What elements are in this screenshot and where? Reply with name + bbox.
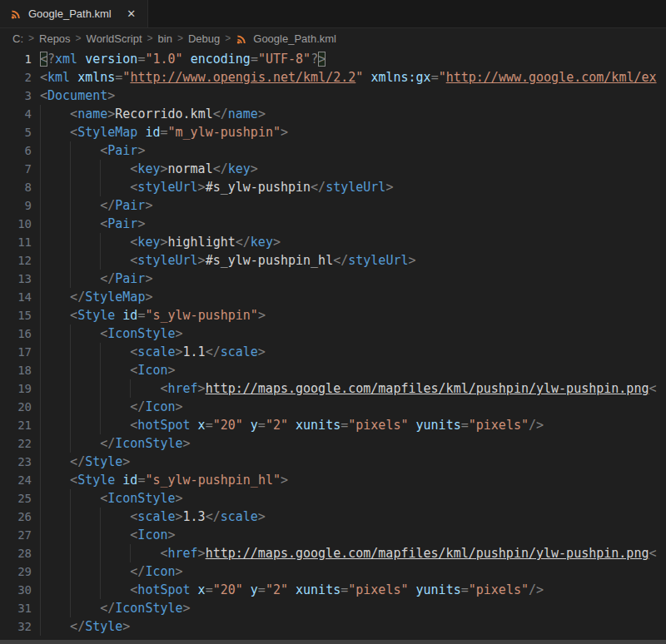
code-text: <hotSpot x="20" y="2" xunits="pixels" yu… — [32, 416, 544, 434]
line-number: 19 — [0, 379, 32, 398]
indent-guide — [70, 233, 100, 251]
indent-guide — [70, 562, 100, 581]
line-number: 13 — [0, 270, 32, 288]
breadcrumb-item-worldscript[interactable]: WorldScript — [87, 32, 142, 45]
code-text: <name>Recorrido.kml</name> — [32, 105, 266, 123]
indent-guide — [70, 599, 100, 617]
code-editor[interactable]: 1<?xml version="1.0" encoding="UTF-8"?>2… — [0, 48, 666, 644]
breadcrumb-item-debug[interactable]: Debug — [188, 32, 220, 45]
indent-guide — [40, 178, 70, 196]
code-line[interactable]: 27<Icon> — [0, 526, 666, 544]
indent-guide — [100, 416, 130, 434]
code-text: <Document> — [32, 87, 115, 105]
code-line[interactable]: 17<scale>1.1</scale> — [0, 343, 666, 361]
code-line[interactable]: 2<kml xmlns="http://www.opengis.net/kml/… — [0, 68, 666, 87]
indent-guide — [40, 105, 70, 123]
breadcrumb-item-repos[interactable]: Repos — [39, 32, 71, 45]
code-line[interactable]: 28<href>http://maps.google.com/mapfiles/… — [0, 544, 666, 562]
horizontal-scrollbar[interactable] — [0, 640, 666, 644]
indent-guide — [40, 562, 70, 581]
code-line[interactable]: 7<key>normal</key> — [0, 160, 666, 178]
indent-guide — [40, 471, 70, 489]
line-number: 29 — [0, 562, 32, 581]
code-line[interactable]: 13</Pair> — [0, 270, 666, 288]
indent-guide — [70, 379, 100, 398]
code-text: </Pair> — [32, 196, 152, 215]
line-number: 7 — [0, 160, 32, 178]
indent-guide — [100, 251, 130, 270]
indent-guide — [70, 544, 100, 562]
code-line[interactable]: 14</StyleMap> — [0, 288, 666, 306]
code-text: <Pair> — [32, 215, 145, 233]
line-number: 30 — [0, 581, 32, 599]
breadcrumb-item-drive[interactable]: C: — [12, 32, 23, 45]
line-number: 12 — [0, 251, 32, 270]
indent-guide — [100, 361, 130, 379]
line-number: 15 — [0, 306, 32, 324]
code-line[interactable]: 4<name>Recorrido.kml</name> — [0, 105, 666, 123]
tab-google-path-kml[interactable]: Google_Path.kml ✕ — [0, 0, 148, 27]
code-line[interactable]: 21<hotSpot x="20" y="2" xunits="pixels" … — [0, 416, 666, 434]
code-line[interactable]: 11<key>highlight</key> — [0, 233, 666, 251]
code-line[interactable]: 20</Icon> — [0, 398, 666, 416]
line-number: 4 — [0, 105, 32, 123]
code-text: <Icon> — [32, 526, 176, 544]
indent-guide — [40, 343, 70, 361]
line-number: 27 — [0, 526, 32, 544]
code-text: <IconStyle> — [32, 324, 183, 343]
code-line[interactable]: 31</IconStyle> — [0, 599, 666, 617]
breadcrumb-file-label: Google_Path.kml — [253, 32, 336, 45]
code-line[interactable]: 16<IconStyle> — [0, 324, 666, 343]
indent-guide — [100, 160, 130, 178]
indent-guide — [40, 196, 70, 215]
breadcrumb-separator: > — [225, 32, 231, 44]
indent-guide — [40, 324, 70, 343]
code-text: <Pair> — [32, 141, 145, 160]
code-line[interactable]: 23</Style> — [0, 453, 666, 471]
code-text: </Icon> — [32, 398, 183, 416]
indent-guide — [100, 178, 130, 196]
code-line[interactable]: 26<scale>1.3</scale> — [0, 508, 666, 526]
code-text: <IconStyle> — [32, 489, 183, 508]
line-number: 11 — [0, 233, 32, 251]
indent-guide — [40, 270, 70, 288]
code-line[interactable]: 9</Pair> — [0, 196, 666, 215]
breadcrumb-item-bin[interactable]: bin — [158, 32, 172, 45]
code-text: </IconStyle> — [32, 434, 191, 453]
code-line[interactable]: 22</IconStyle> — [0, 434, 666, 453]
line-number: 21 — [0, 416, 32, 434]
code-line[interactable]: 8<styleUrl>#s_ylw-pushpin</styleUrl> — [0, 178, 666, 196]
code-line[interactable]: 32</Style> — [0, 617, 666, 636]
code-line[interactable]: 3<Document> — [0, 87, 666, 105]
indent-guide — [100, 526, 130, 544]
code-line[interactable]: 10<Pair> — [0, 215, 666, 233]
code-line[interactable]: 6<Pair> — [0, 141, 666, 160]
code-text: <Style id="s_ylw-pushpin_hl"> — [32, 471, 288, 489]
code-line[interactable]: 15<Style id="s_ylw-pushpin"> — [0, 306, 666, 324]
code-line[interactable]: 25<IconStyle> — [0, 489, 666, 508]
indent-guide — [100, 233, 130, 251]
code-text: <Icon> — [32, 361, 176, 379]
line-number: 3 — [0, 87, 32, 105]
code-line[interactable]: 1<?xml version="1.0" encoding="UTF-8"?> — [0, 50, 666, 68]
breadcrumb-separator: > — [147, 32, 153, 44]
line-number: 5 — [0, 123, 32, 141]
indent-guide — [70, 141, 100, 160]
code-line[interactable]: 24<Style id="s_ylw-pushpin_hl"> — [0, 471, 666, 489]
code-line[interactable]: 29</Icon> — [0, 562, 666, 581]
breadcrumb-item-file[interactable]: Google_Path.kml — [236, 32, 336, 45]
code-line[interactable]: 30<hotSpot x="20" y="2" xunits="pixels" … — [0, 581, 666, 599]
indent-guide — [70, 434, 100, 453]
code-line[interactable]: 12<styleUrl>#s_ylw-pushpin_hl</styleUrl> — [0, 251, 666, 270]
line-number: 24 — [0, 471, 32, 489]
code-text: </StyleMap> — [32, 288, 152, 306]
indent-guide — [40, 141, 70, 160]
indent-guide — [130, 379, 160, 398]
code-line[interactable]: 18<Icon> — [0, 361, 666, 379]
tab-close-icon[interactable]: ✕ — [124, 7, 139, 22]
indent-guide — [40, 599, 70, 617]
breadcrumb: C: > Repos > WorldScript > bin > Debug >… — [0, 28, 666, 48]
code-line[interactable]: 5<StyleMap id="m_ylw-pushpin"> — [0, 123, 666, 141]
code-line[interactable]: 19<href>http://maps.google.com/mapfiles/… — [0, 379, 666, 398]
code-text: <key>highlight</key> — [32, 233, 281, 251]
